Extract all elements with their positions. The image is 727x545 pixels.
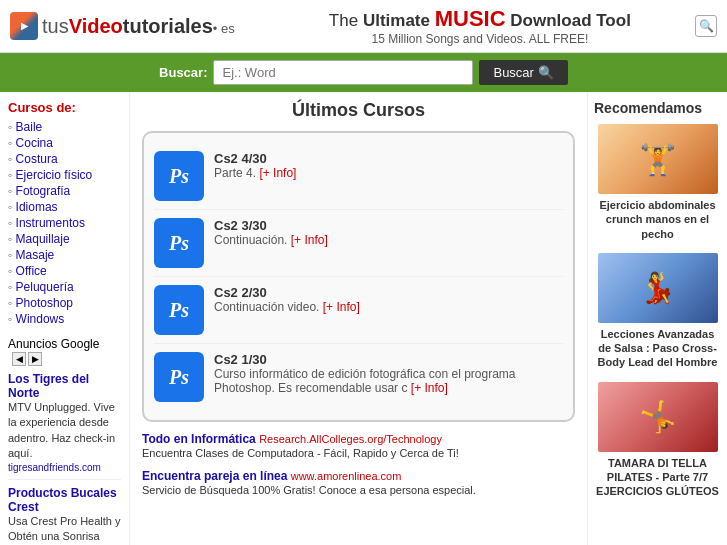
course-3-desc: Continuación video. [+ Info] <box>214 300 563 314</box>
sidebar-link-ejercicio[interactable]: Ejercicio físico <box>16 168 93 182</box>
rec-image-2: 💃 <box>598 253 718 323</box>
bottom-ad-1-text: Encuentra Clases de Computadora - Fácil,… <box>142 446 575 461</box>
sidebar-link-office[interactable]: Office <box>16 264 47 278</box>
rec-item-3: 🤸 TAMARA DI TELLA PILATES - Parte 7/7 EJ… <box>594 382 721 499</box>
rec-figure-3: 🤸 <box>639 399 676 434</box>
course-3-title: Cs2 2/30 <box>214 285 563 300</box>
bottom-ad-2: Encuentra pareja en línea www.amorenline… <box>142 469 575 498</box>
sidebar-link-idiomas[interactable]: Idiomas <box>16 200 58 214</box>
sidebar-link-photoshop[interactable]: Photoshop <box>16 296 73 310</box>
logo-es: • es <box>213 21 235 36</box>
ads-next-icon[interactable]: ▶ <box>28 352 42 366</box>
left-sidebar: Cursos de: Baile Cocina Costura Ejercici… <box>0 92 130 545</box>
rec-item-1: 🏋️ Ejercicio abdominales crunch manos en… <box>594 124 721 241</box>
sidebar-link-windows[interactable]: Windows <box>16 312 65 326</box>
bottom-ad-1: Todo en Informática Research.AllColleges… <box>142 432 575 461</box>
header-search-icon[interactable]: 🔍 <box>695 15 717 37</box>
ad-the: The <box>329 11 363 30</box>
course-1-desc-text: Parte 4. <box>214 166 256 180</box>
sidebar-item-photoshop[interactable]: Photoshop <box>8 295 121 311</box>
course-4-info: Cs2 1/30 Curso informático de edición fo… <box>214 352 563 395</box>
search-label: Buscar: <box>159 65 207 80</box>
sidebar-heading: Cursos de: <box>8 100 121 115</box>
search-button-icon: 🔍 <box>538 65 554 80</box>
bottom-ad-1-source-text: Research.AllColleges.org/Technology <box>259 433 442 445</box>
bottom-ad-1-link[interactable]: Todo en Informática <box>142 432 256 446</box>
logo-area: ▶ tusVideotutoriales• es <box>10 12 235 40</box>
sidebar-item-office[interactable]: Office <box>8 263 121 279</box>
sidebar-ad-1-link[interactable]: Los Tigres del Norte <box>8 372 121 400</box>
course-4-desc-text: Curso informático de edición fotográfica… <box>214 367 516 395</box>
sidebar-link-baile[interactable]: Baile <box>16 120 43 134</box>
search-bar: Buscar: Buscar 🔍 <box>0 53 727 92</box>
right-sidebar-heading: Recomendamos <box>594 100 721 116</box>
sidebar-item-ejercicio[interactable]: Ejercicio físico <box>8 167 121 183</box>
course-4-desc: Curso informático de edición fotográfica… <box>214 367 563 395</box>
right-sidebar: Recomendamos 🏋️ Ejercicio abdominales cr… <box>587 92 727 545</box>
search-input[interactable] <box>213 60 473 85</box>
rec-figure-1: 🏋️ <box>639 142 676 177</box>
courses-heading: Últimos Cursos <box>142 100 575 121</box>
sidebar-item-masaje[interactable]: Masaje <box>8 247 121 263</box>
courses-container: Ps Cs2 4/30 Parte 4. [+ Info] Ps Cs2 3/3… <box>142 131 575 422</box>
course-2-icon: Ps <box>154 218 204 268</box>
sidebar-link-costura[interactable]: Costura <box>16 152 58 166</box>
course-3-link[interactable]: [+ Info] <box>323 300 360 314</box>
bottom-ads-section: Todo en Informática Research.AllColleges… <box>142 432 575 499</box>
ads-label: Anuncios Google <box>8 337 99 351</box>
course-2-desc-text: Continuación. <box>214 233 287 247</box>
rec-image-3-inner: 🤸 <box>598 382 718 452</box>
course-2-link[interactable]: [+ Info] <box>291 233 328 247</box>
center-content: Últimos Cursos Ps Cs2 4/30 Parte 4. [+ I… <box>130 92 587 545</box>
ad-subtitle: 15 Million Songs and Videos. ALL FREE! <box>265 32 695 46</box>
course-1-title: Cs2 4/30 <box>214 151 563 166</box>
sidebar-item-cocina[interactable]: Cocina <box>8 135 121 151</box>
bottom-ad-2-source-text: www.amorenlinea.com <box>291 470 402 482</box>
sidebar-link-cocina[interactable]: Cocina <box>16 136 53 150</box>
search-button-label: Buscar <box>493 65 533 80</box>
sidebar-link-fotografia[interactable]: Fotografía <box>16 184 71 198</box>
sidebar-item-maquillaje[interactable]: Maquillaje <box>8 231 121 247</box>
site-logo-icon: ▶ <box>10 12 38 40</box>
sidebar-item-costura[interactable]: Costura <box>8 151 121 167</box>
course-item-3: Ps Cs2 2/30 Continuación video. [+ Info] <box>154 277 563 344</box>
course-3-info: Cs2 2/30 Continuación video. [+ Info] <box>214 285 563 314</box>
rec-label-3[interactable]: TAMARA DI TELLA PILATES - Parte 7/7 EJER… <box>594 456 721 499</box>
page-header: ▶ tusVideotutoriales• es The Ultimate MU… <box>0 0 727 53</box>
course-3-desc-text: Continuación video. <box>214 300 319 314</box>
rec-figure-2: 💃 <box>639 270 676 305</box>
sidebar-item-windows[interactable]: Windows <box>8 311 121 327</box>
sidebar-ad-1-text: MTV Unplugged. Vive la experiencia desde… <box>8 400 121 462</box>
sidebar-ad-1-url: tigresandfriends.com <box>8 462 121 473</box>
course-1-info: Cs2 4/30 Parte 4. [+ Info] <box>214 151 563 180</box>
course-1-desc: Parte 4. [+ Info] <box>214 166 563 180</box>
sidebar-item-fotografia[interactable]: Fotografía <box>8 183 121 199</box>
sidebar-link-peluqueria[interactable]: Peluquería <box>16 280 74 294</box>
sidebar-link-instrumentos[interactable]: Instrumentos <box>16 216 85 230</box>
sidebar-item-baile[interactable]: Baile <box>8 119 121 135</box>
site-logo-text: tusVideotutoriales• es <box>42 15 235 38</box>
sidebar-ad-2-link[interactable]: Productos Bucales Crest <box>8 486 121 514</box>
course-4-icon: Ps <box>154 352 204 402</box>
course-4-link[interactable]: [+ Info] <box>411 381 448 395</box>
ads-prev-icon[interactable]: ◀ <box>12 352 26 366</box>
bottom-ad-2-link[interactable]: Encuentra pareja en línea <box>142 469 287 483</box>
bottom-ad-2-text: Servicio de Búsqueda 100% Gratis! Conoce… <box>142 483 575 498</box>
rec-image-1-inner: 🏋️ <box>598 124 718 194</box>
sidebar-item-idiomas[interactable]: Idiomas <box>8 199 121 215</box>
rec-image-2-inner: 💃 <box>598 253 718 323</box>
logo-tus: tus <box>42 15 69 37</box>
course-item-2: Ps Cs2 3/30 Continuación. [+ Info] <box>154 210 563 277</box>
sidebar-item-instrumentos[interactable]: Instrumentos <box>8 215 121 231</box>
sidebar-item-peluqueria[interactable]: Peluquería <box>8 279 121 295</box>
main-layout: Cursos de: Baile Cocina Costura Ejercici… <box>0 92 727 545</box>
rec-image-3: 🤸 <box>598 382 718 452</box>
search-button[interactable]: Buscar 🔍 <box>479 60 567 85</box>
rec-label-1[interactable]: Ejercicio abdominales crunch manos en el… <box>594 198 721 241</box>
sidebar-link-maquillaje[interactable]: Maquillaje <box>16 232 70 246</box>
sidebar-link-masaje[interactable]: Masaje <box>16 248 55 262</box>
rec-label-2[interactable]: Lecciones Avanzadas de Salsa : Paso Cros… <box>594 327 721 370</box>
sidebar-ad-1: Los Tigres del Norte MTV Unplugged. Vive… <box>8 372 121 473</box>
course-item-4: Ps Cs2 1/30 Curso informático de edición… <box>154 344 563 410</box>
course-1-link[interactable]: [+ Info] <box>259 166 296 180</box>
